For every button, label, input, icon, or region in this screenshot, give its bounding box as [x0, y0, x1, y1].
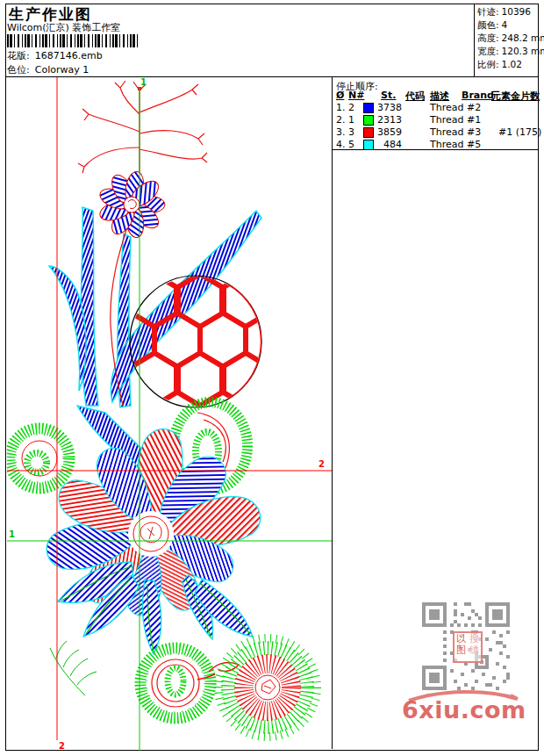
info-box-divider — [474, 4, 475, 77]
sequin-count: #1 (175) — [498, 126, 535, 138]
seal-left-column: 以 图 — [456, 633, 466, 661]
crosshair-guides: 1 1 2 2 — [7, 77, 332, 751]
small-flower — [97, 170, 165, 239]
stop-sequence-table: 停止顺序: Ø N# St. 代码 描述 Brand 元素 金片数 1. 2 3… — [332, 77, 538, 149]
pattern-value: 1687146.emb — [35, 50, 103, 61]
end-marker-right: 2 — [319, 459, 325, 469]
fringe-flower — [218, 638, 317, 737]
panel-divider — [332, 77, 333, 749]
production-worksheet-page: { "header": { "title": "生产作业图", "subtitl… — [0, 0, 544, 756]
pattern-field: 花版:1687146.emb — [7, 49, 103, 62]
start-marker-top: 1 — [140, 77, 147, 87]
colorway-field: 色位:Colorway 1 — [7, 63, 89, 76]
site-watermark: 6xiu.com — [400, 687, 532, 722]
colorway-value: Colorway 1 — [35, 64, 89, 76]
honeycomb-ball — [130, 276, 263, 409]
chenille-ring-left — [10, 428, 69, 488]
pattern-label: 花版: — [7, 50, 30, 61]
start-marker-left: 1 — [9, 529, 15, 539]
stitch-count-row: 针迹:10396 — [477, 5, 537, 18]
height-row: 高度:248.2 mm — [477, 32, 537, 45]
scale-row: 比例:1.02 — [477, 58, 537, 71]
seal-right-column: 搜 绣 — [469, 633, 479, 661]
end-marker-bottom: 2 — [59, 741, 65, 751]
colorway-label: 色位: — [7, 64, 30, 76]
width-row: 宽度:120.3 mm — [477, 45, 537, 58]
design-info-box: 针迹:10396 颜色:4 高度:248.2 mm 宽度:120.3 mm 比例… — [477, 5, 537, 71]
color-count-row: 颜色:4 — [477, 18, 537, 32]
barcode-icon — [7, 34, 139, 47]
site-watermark-text: 6xiu.com — [402, 696, 526, 722]
company-name: Wilcom(汇京) 装饰工作室 — [7, 21, 120, 34]
design-canvas: 1 1 2 2 — [7, 77, 332, 751]
red-seal-stamp: 搜 绣 以 图 — [453, 631, 483, 663]
